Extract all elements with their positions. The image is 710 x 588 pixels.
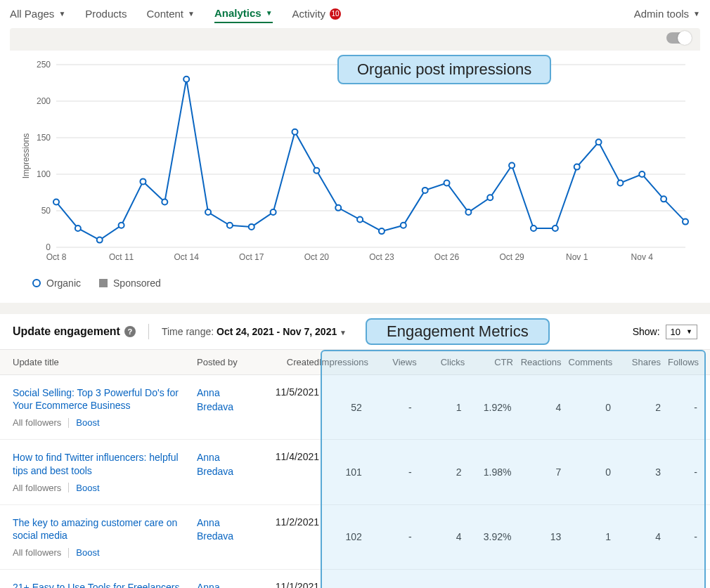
nav-analytics[interactable]: Analytics▼ [214, 4, 273, 23]
table-row: How to find Twitter influencers: helpful… [0, 440, 710, 504]
chart-legend: Organic Sponsored [32, 277, 693, 289]
divider-icon [68, 418, 69, 428]
svg-point-38 [379, 228, 385, 234]
svg-point-47 [574, 164, 580, 170]
engagement-header: Update engagement? Time range: Oct 24, 2… [0, 314, 710, 350]
svg-point-25 [97, 237, 103, 243]
cell-follows: - [668, 451, 710, 492]
cell-comments: 0 [568, 386, 618, 428]
circle-icon [32, 279, 41, 287]
top-nav: All Pages▼ Products Content▼ Analytics▼ … [0, 0, 710, 28]
boost-link[interactable]: Boost [76, 417, 99, 428]
cell-follows: - [668, 386, 710, 428]
table-row: 21+ Easy to Use Tools for Freelancers Al… [0, 570, 710, 588]
update-title-link[interactable]: How to find Twitter influencers: helpful… [13, 451, 197, 476]
cell-shares: 2 [618, 386, 668, 428]
col-head-created[interactable]: Created [260, 357, 319, 367]
cell-impressions: 101 [319, 451, 369, 492]
help-icon[interactable]: ? [124, 326, 136, 337]
cell-clicks: 3 [419, 581, 469, 588]
impressions-chart-wrap: Organic post impressions 050100150200250… [0, 51, 710, 303]
chart-callout-label: Organic post impressions [337, 55, 551, 84]
show-control: Show: 10▼ [633, 325, 697, 339]
impressions-chart: 050100150200250Oct 8Oct 11Oct 14Oct 17Oc… [17, 58, 693, 268]
svg-text:Nov 1: Nov 1 [566, 252, 588, 262]
engagement-table-container: Update title Posted by Created Impressio… [0, 350, 710, 588]
caret-down-icon: ▼ [58, 10, 65, 18]
cell-comments: 0 [568, 581, 618, 588]
cell-reactions: 13 [518, 516, 568, 558]
svg-text:Impressions: Impressions [21, 133, 31, 179]
caret-down-icon: ▼ [686, 328, 692, 335]
legend-organic[interactable]: Organic [32, 277, 81, 289]
cell-follows: - [668, 516, 710, 558]
show-select[interactable]: 10▼ [666, 325, 697, 339]
engagement-table-header: Update title Posted by Created Impressio… [0, 350, 710, 375]
col-head-reactions[interactable]: Reactions [520, 357, 569, 367]
caret-down-icon: ▼ [266, 9, 273, 17]
col-head-title[interactable]: Update title [0, 357, 197, 367]
svg-text:Oct 8: Oct 8 [46, 252, 67, 262]
update-title-link[interactable]: Social Selling: Top 3 Powerful Do's for … [13, 386, 197, 412]
cell-impressions: 102 [319, 516, 369, 558]
posted-by-link[interactable]: AnnaBredava [197, 582, 233, 588]
audience-label: All followers [13, 483, 61, 493]
col-head-follows[interactable]: Follows [668, 357, 710, 367]
cell-views: - [369, 451, 419, 492]
svg-point-46 [553, 226, 558, 231]
col-head-shares[interactable]: Shares [619, 357, 668, 367]
aggregate-bar: Aggregate organic and sponsored [10, 28, 700, 51]
nav-activity[interactable]: Activity10 [292, 5, 342, 22]
boost-link[interactable]: Boost [76, 547, 99, 558]
col-head-clicks[interactable]: Clicks [424, 357, 472, 367]
posted-by-link[interactable]: AnnaBredava [197, 387, 233, 412]
cell-comments: 0 [568, 451, 618, 492]
svg-point-49 [617, 180, 623, 185]
created-date: 11/1/2021 [260, 581, 319, 588]
show-label: Show: [633, 326, 660, 337]
cell-impressions: 157 [319, 581, 369, 588]
boost-link[interactable]: Boost [76, 483, 99, 493]
col-head-impressions[interactable]: Impressions [319, 357, 375, 367]
col-head-posted[interactable]: Posted by [197, 357, 260, 367]
nav-admin-tools[interactable]: Admin tools▼ [634, 5, 700, 22]
aggregate-toggle[interactable] [666, 32, 690, 44]
svg-point-39 [401, 223, 406, 228]
posted-by-link[interactable]: AnnaBredava [197, 517, 233, 542]
metrics-callout-label: Engagement Metrics [366, 318, 550, 345]
caret-down-icon: ▼ [340, 329, 347, 337]
activity-badge: 10 [330, 8, 341, 20]
update-title-link[interactable]: The key to amazing customer care on soci… [13, 516, 197, 542]
created-date: 11/4/2021 [260, 451, 319, 492]
cell-shares: 1 [618, 581, 668, 588]
svg-text:0: 0 [46, 242, 51, 252]
svg-text:Oct 11: Oct 11 [109, 252, 134, 262]
col-head-ctr[interactable]: CTR [472, 357, 520, 367]
svg-point-31 [227, 223, 233, 228]
cell-reactions: 7 [518, 451, 568, 492]
legend-sponsored[interactable]: Sponsored [99, 277, 161, 289]
cell-shares: 3 [618, 451, 668, 492]
table-row: Social Selling: Top 3 Powerful Do's for … [0, 375, 710, 440]
divider-icon [68, 483, 69, 492]
svg-text:Oct 23: Oct 23 [369, 252, 394, 262]
svg-point-24 [75, 226, 81, 231]
nav-content[interactable]: Content▼ [146, 5, 194, 22]
col-head-comments[interactable]: Comments [569, 357, 620, 367]
nav-all-pages[interactable]: All Pages▼ [10, 5, 65, 22]
time-range-picker[interactable]: Time range: Oct 24, 2021 - Nov 7, 2021 ▼ [162, 326, 347, 337]
cell-ctr: 1.91% [469, 581, 519, 588]
cell-clicks: 2 [419, 451, 469, 492]
svg-text:Oct 17: Oct 17 [239, 252, 264, 262]
nav-products[interactable]: Products [85, 5, 127, 22]
svg-text:Oct 26: Oct 26 [434, 252, 460, 262]
engagement-title: Update engagement? [13, 325, 136, 338]
svg-point-33 [271, 209, 276, 215]
svg-point-27 [140, 178, 146, 184]
caret-down-icon: ▼ [693, 10, 700, 18]
posted-by-link[interactable]: AnnaBredava [197, 452, 233, 477]
audience-label: All followers [13, 417, 61, 428]
update-title-link[interactable]: 21+ Easy to Use Tools for Freelancers [13, 581, 197, 588]
svg-point-36 [335, 205, 341, 211]
col-head-views[interactable]: Views [375, 357, 424, 367]
